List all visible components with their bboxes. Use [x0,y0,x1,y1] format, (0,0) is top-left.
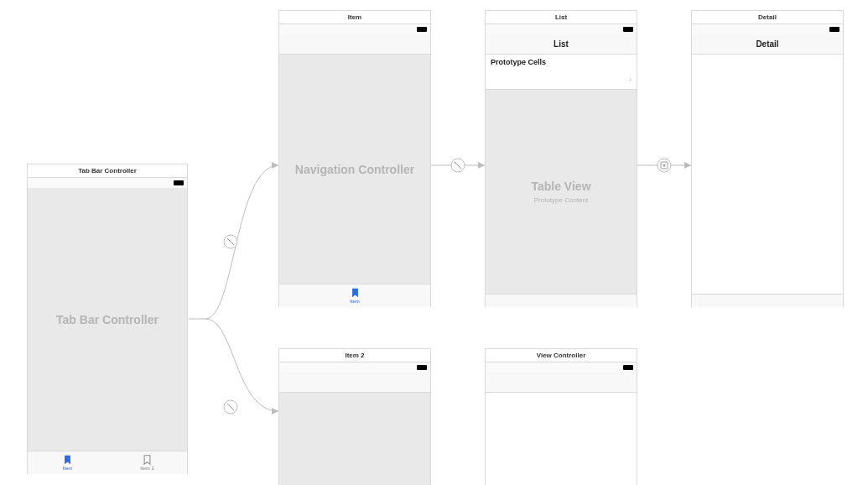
scene-title: Item 2 [279,349,430,362]
content-area: Tab Bar Controller [28,188,187,451]
navigation-bar [486,373,637,393]
controller-placeholder: Navigation Controller [295,163,414,176]
svg-line-5 [227,404,234,410]
battery-icon [829,27,839,32]
scene-title: Item [279,11,430,24]
table-view-subtitle: Prototype Content [534,196,588,204]
status-bar [279,24,430,34]
scene-item-2[interactable]: Item 2 [278,348,431,485]
status-bar [486,24,637,34]
disclosure-chevron-icon: › [629,75,632,84]
content-area: Navigation Controller [279,55,430,284]
bookmark-icon [351,288,359,298]
svg-line-3 [227,238,234,245]
scene-title: View Controller [486,349,637,362]
scene-item[interactable]: Item Navigation Controller Item [278,10,431,307]
bookmark-icon [64,455,71,465]
svg-marker-6 [478,162,485,169]
status-bar [692,24,843,34]
svg-point-2 [224,235,237,248]
tab-label: Item [63,466,73,471]
content-area [279,393,430,485]
svg-point-10 [657,159,671,172]
status-bar [28,178,187,188]
svg-marker-9 [684,162,691,169]
tab-bar: Item [279,284,430,307]
prototype-cell[interactable]: › [486,70,637,90]
scene-tab-bar-controller[interactable]: Tab Bar Controller Tab Bar Controller It… [27,164,188,474]
scene-list[interactable]: List List Prototype Cells › Table View P… [485,10,637,307]
tab-item-2[interactable]: Item 2 [107,451,187,474]
svg-line-8 [455,162,461,169]
scene-title: Tab Bar Controller [28,164,187,178]
status-bar [279,362,430,373]
table-view-placeholder: Table View Prototype Content [486,90,637,294]
scene-title: Detail [692,11,843,24]
controller-placeholder: Tab Bar Controller [56,313,159,326]
navigation-bar [279,373,430,393]
navigation-bar: List [486,34,637,55]
svg-marker-0 [272,162,278,169]
tab-label: Item 2 [140,466,154,471]
svg-point-4 [224,400,237,414]
svg-marker-1 [272,408,278,415]
status-bar [486,362,637,373]
tab-item[interactable]: Item [330,284,380,307]
content-area [692,55,843,294]
prototype-cells-header: Prototype Cells [486,55,637,70]
navigation-bar [279,34,430,55]
battery-icon [623,365,633,370]
table-view-title: Table View [531,180,590,193]
navigation-bar: Detail [692,34,843,55]
svg-point-12 [663,164,666,167]
scene-detail[interactable]: Detail Detail [691,10,844,307]
scene-title: List [486,11,637,24]
battery-icon [417,27,427,32]
tab-label: Item [350,299,360,304]
battery-icon [174,180,184,185]
content-area [486,393,637,485]
tab-bar: Item Item 2 [28,451,187,474]
scene-view-controller[interactable]: View Controller [485,348,637,485]
svg-rect-11 [661,162,668,169]
svg-point-7 [451,159,465,172]
battery-icon [417,365,427,370]
toolbar-placeholder [486,294,637,307]
tab-item[interactable]: Item [28,451,107,474]
toolbar-placeholder [692,294,843,307]
battery-icon [623,27,633,32]
bookmark-icon [143,455,151,465]
